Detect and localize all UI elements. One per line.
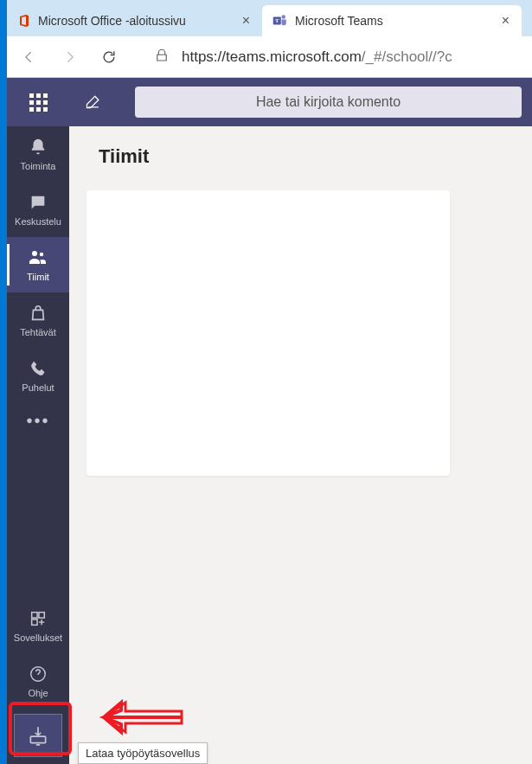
rail-label: Sovellukset — [14, 632, 62, 643]
browser-tab-bar: Microsoft Office -aloitussivu × T Micros… — [7, 0, 532, 36]
back-button[interactable] — [17, 45, 42, 69]
refresh-button[interactable] — [97, 45, 121, 69]
rail-label: Toiminta — [21, 161, 56, 171]
svg-rect-9 — [30, 736, 45, 743]
svg-point-4 — [40, 253, 43, 256]
svg-rect-6 — [39, 613, 44, 618]
help-icon — [28, 664, 48, 684]
browser-tab-teams[interactable]: T Microsoft Teams × — [262, 5, 522, 36]
rail-label: Puhelut — [22, 382, 54, 393]
svg-rect-7 — [32, 620, 37, 625]
forward-button[interactable] — [57, 45, 81, 69]
download-desktop-button[interactable] — [14, 714, 62, 757]
rail-teams[interactable]: Tiimit — [7, 237, 69, 292]
rail-activity[interactable]: Toiminta — [7, 126, 69, 182]
browser-tab-office[interactable]: Microsoft Office -aloitussivu × — [7, 5, 262, 36]
office-icon — [17, 14, 31, 28]
lock-icon — [154, 48, 170, 67]
tab-label: Microsoft Teams — [295, 14, 383, 28]
svg-point-3 — [32, 251, 37, 256]
rail-label: Keskustelu — [15, 216, 61, 227]
left-rail: Toiminta Keskustelu Tiimit Tehtävät — [7, 78, 69, 764]
rail-more[interactable]: ••• — [26, 403, 49, 438]
address-bar[interactable]: https://teams.microsoft.com/_#/school//?… — [137, 48, 522, 67]
main-content: Tiimit — [69, 78, 532, 764]
apps-icon — [28, 608, 48, 629]
bag-icon — [28, 303, 48, 324]
svg-point-2 — [282, 15, 286, 19]
rail-assignments[interactable]: Tehtävät — [7, 292, 69, 348]
teams-icon: T — [272, 13, 288, 29]
search-placeholder: Hae tai kirjoita komento — [256, 94, 401, 110]
phone-icon — [28, 358, 48, 379]
url-text: https://teams.microsoft.com/_#/school//?… — [182, 48, 452, 66]
tab-label: Microsoft Office -aloitussivu — [38, 14, 186, 28]
svg-rect-5 — [32, 613, 37, 618]
teams-top-bar: Hae tai kirjoita komento — [7, 78, 532, 126]
rail-apps[interactable]: Sovellukset — [7, 598, 69, 653]
page-title: Tiimit — [99, 145, 503, 168]
rail-label: Tehtävät — [20, 327, 56, 337]
new-chat-button[interactable] — [69, 78, 118, 126]
rail-label: Ohje — [28, 688, 48, 698]
waffle-icon — [29, 93, 48, 112]
chat-icon — [28, 192, 48, 213]
close-icon[interactable]: × — [498, 13, 513, 29]
svg-text:T: T — [275, 17, 279, 23]
rail-label: Tiimit — [27, 272, 49, 282]
search-input[interactable]: Hae tai kirjoita komento — [135, 87, 522, 118]
download-tooltip: Lataa työpöytäsovellus — [78, 742, 208, 764]
close-icon[interactable]: × — [239, 13, 253, 29]
app-launcher[interactable] — [7, 78, 69, 126]
teams-people-icon — [28, 247, 48, 268]
rail-chat[interactable]: Keskustelu — [7, 182, 69, 237]
browser-nav-bar: https://teams.microsoft.com/_#/school//?… — [7, 36, 532, 78]
rail-calls[interactable]: Puhelut — [7, 348, 69, 403]
team-card-placeholder[interactable] — [87, 190, 450, 476]
rail-help[interactable]: Ohje — [7, 653, 69, 709]
bell-icon — [28, 137, 48, 157]
